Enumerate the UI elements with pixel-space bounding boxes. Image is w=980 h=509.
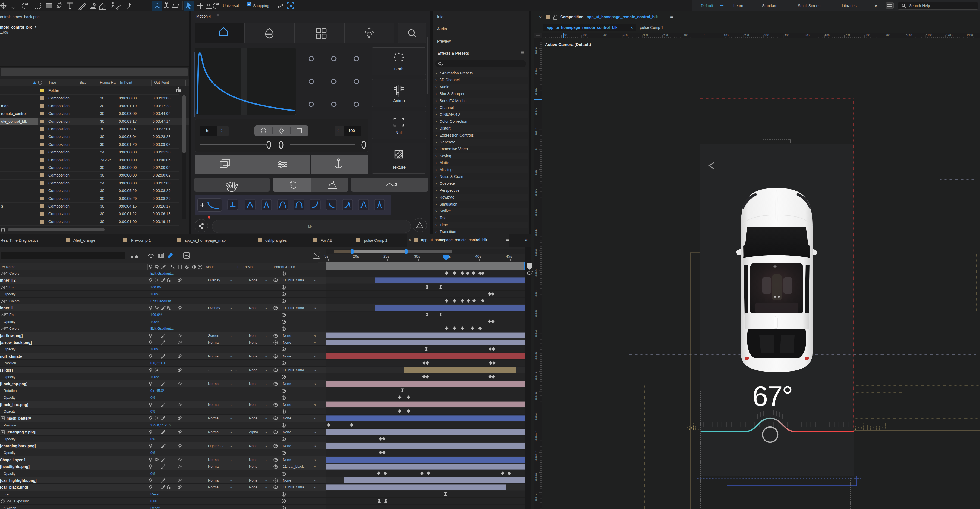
svg-text:0: 0 [535,377,537,381]
svg-text:0: 0 [535,113,537,116]
svg-text:200: 200 [744,34,749,37]
svg-text:0: 0 [535,214,537,216]
svg-text:0: 0 [535,92,537,95]
svg-text:200: 200 [663,34,668,37]
svg-text:0: 0 [535,148,537,151]
svg-text:400: 400 [623,34,628,37]
svg-text:0: 0 [535,357,537,360]
svg-text:0: 0 [535,233,537,236]
svg-text:100: 100 [724,34,729,37]
svg-text:67°: 67° [752,381,792,412]
svg-text:Universal: Universal [223,3,239,8]
svg-text:0: 0 [535,254,537,257]
svg-text:0: 0 [704,34,705,37]
svg-text:0: 0 [535,133,537,136]
svg-text:900: 900 [886,34,890,37]
svg-text:0: 0 [535,438,537,441]
svg-text:300: 300 [764,34,769,37]
svg-text:0: 0 [535,418,537,421]
svg-text:0: 0 [535,479,537,482]
svg-text:400: 400 [784,34,789,37]
svg-text:0: 0 [535,398,537,401]
svg-text:500: 500 [603,34,607,37]
svg-text:0: 0 [535,314,537,317]
svg-text:700: 700 [845,34,850,37]
svg-text:Snapping: Snapping [253,3,269,8]
svg-text:800: 800 [865,34,870,37]
svg-text:0: 0 [535,458,537,461]
svg-text:0: 0 [535,499,537,502]
svg-text:1000: 1000 [906,34,912,37]
svg-text:0: 0 [535,72,537,75]
svg-text:600: 600 [825,34,830,37]
svg-text:0: 0 [535,335,537,338]
svg-text:0: 0 [535,274,537,277]
svg-text:500: 500 [805,34,810,37]
svg-text:0: 0 [535,193,537,197]
svg-text:300: 300 [643,34,648,37]
svg-text:600: 600 [582,34,587,37]
svg-text:0: 0 [535,294,537,297]
svg-text:0: 0 [535,52,537,55]
svg-text:100: 100 [684,34,688,37]
svg-text:0: 0 [535,173,537,176]
svg-text:1300: 1300 [967,34,973,37]
svg-text:1200: 1200 [946,34,953,37]
svg-text:1100: 1100 [926,34,932,37]
